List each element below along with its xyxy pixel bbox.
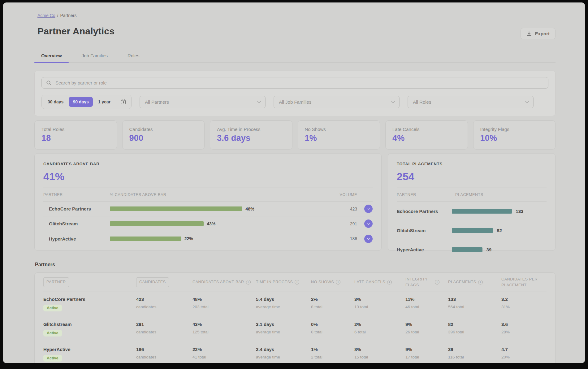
stat-label: Avg. Time in Process bbox=[217, 127, 285, 132]
column-header-pct-above-bar: % CANDIDATES ABOVE BAR bbox=[110, 193, 314, 197]
breadcrumb-link-acme-co[interactable]: Acme Co bbox=[37, 13, 55, 18]
chevron-down-icon bbox=[525, 99, 529, 103]
export-button-label: Export bbox=[535, 31, 550, 36]
column-header-partner: PARTNER bbox=[397, 193, 451, 197]
expand-row-button[interactable] bbox=[364, 235, 373, 243]
info-icon[interactable]: i bbox=[435, 280, 439, 284]
info-icon[interactable]: i bbox=[246, 280, 251, 284]
late-cancels-value: 8% bbox=[354, 347, 405, 352]
stat-label: No Shows bbox=[305, 127, 373, 132]
app-window: Acme Co/Partners Partner Analytics Expor… bbox=[3, 2, 585, 363]
expand-row-button[interactable] bbox=[364, 205, 373, 213]
stat-label: Integrity Flags bbox=[480, 127, 549, 132]
chevron-down-icon bbox=[367, 237, 370, 240]
calendar-icon[interactable] bbox=[120, 99, 126, 105]
candidates-value: 291 bbox=[136, 322, 192, 327]
all-partners-dropdown[interactable]: All Partners bbox=[140, 96, 266, 108]
volume-value: 291 bbox=[314, 221, 357, 226]
search-box[interactable] bbox=[41, 77, 548, 89]
partner-name: GlitchStream bbox=[43, 221, 110, 226]
green-bar bbox=[110, 237, 181, 241]
tab-roles[interactable]: Roles bbox=[121, 50, 146, 62]
breadcrumb-separator: / bbox=[57, 13, 58, 18]
tab-overview[interactable]: Overview bbox=[34, 50, 69, 62]
stat-value: 1% bbox=[305, 133, 373, 143]
partners-table-header: PARTNER CANDIDATES CANDIDATES ABOVE BARi… bbox=[43, 273, 547, 292]
late-cancels-sub: 6 total bbox=[354, 330, 405, 334]
chevron-down-icon bbox=[367, 222, 370, 225]
stat-label: Late Cancels bbox=[392, 127, 461, 132]
column-header-integrity-flags: INTEGRITY FLAGS bbox=[405, 276, 433, 288]
candidates-above-bar-panel: CANDIDATES ABOVE BAR 41% PARTNER % CANDI… bbox=[34, 153, 382, 251]
info-icon[interactable]: i bbox=[478, 280, 483, 284]
expand-row-button[interactable] bbox=[364, 219, 373, 228]
total-placements-headline: 254 bbox=[397, 171, 547, 183]
breadcrumb: Acme Co/Partners bbox=[37, 13, 556, 18]
partner-name: HyperActive bbox=[397, 247, 451, 252]
info-icon[interactable]: i bbox=[387, 280, 392, 284]
range-30-days-button[interactable]: 30 days bbox=[44, 97, 67, 107]
above-bar-value: 43% bbox=[192, 322, 256, 327]
partner-name: GlitchStream bbox=[397, 228, 451, 233]
placements-sub: 116 total bbox=[448, 355, 501, 359]
green-bar bbox=[110, 206, 242, 211]
stat-label: Total Roles bbox=[41, 127, 110, 132]
integrity-flags-sub: 46 total bbox=[405, 305, 448, 309]
info-icon[interactable]: i bbox=[295, 280, 299, 284]
search-input[interactable] bbox=[55, 80, 544, 85]
search-icon bbox=[46, 80, 52, 86]
range-90-days-button[interactable]: 90 days bbox=[69, 97, 93, 107]
candidates-value: 186 bbox=[136, 347, 192, 352]
candidates-sub: candidates bbox=[136, 355, 192, 359]
bar-percent-label: 43% bbox=[207, 221, 215, 226]
candidates-per-placement-value: 3.2 bbox=[501, 297, 547, 302]
time-in-process-sub: average time bbox=[256, 330, 311, 334]
tab-job-families[interactable]: Job Families bbox=[75, 50, 115, 62]
volume-value: 423 bbox=[314, 206, 357, 211]
time-in-process-sub: average time bbox=[256, 305, 311, 309]
all-roles-dropdown[interactable]: All Roles bbox=[408, 96, 534, 108]
integrity-flags-value: 9% bbox=[405, 322, 448, 327]
column-header-candidates-per-placement: CANDIDATES PER PLACEMENT bbox=[501, 276, 543, 288]
all-job-families-dropdown-value: All Job Families bbox=[279, 99, 311, 105]
download-icon bbox=[526, 31, 532, 36]
screenshot-frame: Acme Co/Partners Partner Analytics Expor… bbox=[0, 0, 588, 369]
placements-row-hyperactive: HyperActive 39 bbox=[397, 240, 547, 259]
total-placements-title: TOTAL PLACEMENTS bbox=[397, 162, 547, 166]
stat-card-integrity-flags: Integrity Flags 10% bbox=[473, 120, 556, 150]
teal-bar bbox=[452, 228, 493, 233]
no-shows-sub: 8 total bbox=[311, 305, 354, 309]
above-bar-row-glitchstream: GlitchStream 43% 291 bbox=[43, 216, 373, 231]
placements-value: 39 bbox=[448, 347, 501, 352]
column-header-partner: PARTNER bbox=[43, 193, 110, 197]
column-header-candidates[interactable]: CANDIDATES bbox=[136, 277, 169, 287]
stat-card-late-cancels: Late Cancels 4% bbox=[385, 120, 468, 150]
column-header-partner[interactable]: PARTNER bbox=[43, 277, 69, 287]
bar-percent-label: 22% bbox=[184, 236, 193, 241]
above-bar-row-echocore: EchoCore Partners 48% 423 bbox=[43, 202, 373, 216]
stat-card-no-shows: No Shows 1% bbox=[298, 120, 380, 150]
placements-sub: 396 total bbox=[448, 330, 501, 334]
export-button[interactable]: Export bbox=[521, 28, 556, 39]
stat-card-avg-time-in-process: Avg. Time in Process 3.6 days bbox=[210, 120, 292, 150]
date-range-toggle-group: 30 days 90 days 1 year bbox=[41, 95, 132, 109]
tab-bar: Overview Job Families Roles bbox=[34, 50, 556, 63]
candidates-per-placement-value: 4.7 bbox=[501, 347, 547, 352]
late-cancels-value: 2% bbox=[354, 322, 405, 327]
candidates-sub: candidates bbox=[136, 305, 192, 309]
partner-name: Echocore Partners bbox=[397, 209, 451, 214]
placements-sub: 564 total bbox=[448, 305, 501, 309]
range-1-year-button[interactable]: 1 year bbox=[94, 97, 115, 107]
bar-percent-label: 48% bbox=[245, 206, 254, 211]
column-header-candidates-above-bar: CANDIDATES ABOVE BAR bbox=[192, 279, 244, 285]
no-shows-sub: 0 total bbox=[311, 330, 354, 334]
info-icon[interactable]: i bbox=[336, 280, 340, 284]
all-job-families-dropdown[interactable]: All Job Families bbox=[274, 96, 400, 108]
column-header-late-cancels: LATE CANCELS bbox=[354, 279, 385, 285]
above-bar-sub: 41 total bbox=[192, 355, 256, 359]
status-badge: Active bbox=[43, 305, 62, 311]
placements-row-glitchstream: GlitchStream 82 bbox=[397, 221, 547, 240]
candidates-above-bar-headline: 41% bbox=[43, 171, 373, 183]
column-header-placements: PLACEMENTS bbox=[451, 193, 547, 197]
all-roles-dropdown-value: All Roles bbox=[413, 99, 431, 105]
